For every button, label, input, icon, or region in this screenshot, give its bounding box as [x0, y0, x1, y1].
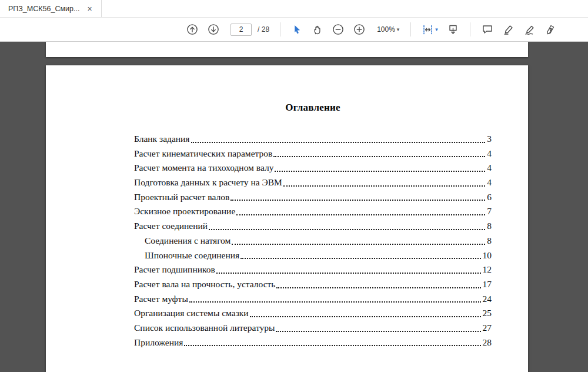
- comment-button[interactable]: [479, 22, 496, 37]
- comment-bubble-icon: [482, 24, 493, 35]
- scroll-page-icon: [447, 24, 459, 35]
- toc-leader-dots: [276, 331, 480, 332]
- toc-entry-label: Расчет кинематических параметров: [134, 147, 272, 161]
- toc-entry: Расчет муфты 24: [134, 292, 492, 307]
- toc-entry-page: 25: [483, 306, 492, 321]
- toc-entry-page: 12: [483, 263, 492, 277]
- close-icon[interactable]: ×: [85, 4, 93, 14]
- chevron-down-icon: ▾: [397, 27, 400, 32]
- pdf-page: Оглавление Бланк задания 3 Расчет кинема…: [46, 65, 528, 372]
- select-tool-button[interactable]: [289, 22, 305, 36]
- toc-entry-page: 27: [483, 321, 492, 336]
- page-up-button[interactable]: [183, 22, 201, 37]
- signature-pen-icon: [524, 24, 536, 35]
- toc-entry: Организация системы смазки 25: [134, 306, 492, 321]
- toc-entry: Бланк задания 3: [134, 132, 492, 147]
- toc-leader-dots: [232, 244, 485, 245]
- toc-leader-dots: [240, 258, 480, 259]
- fill-sign-button[interactable]: [542, 22, 560, 37]
- document-tab[interactable]: РПЗ_МСК56_Смир... ×: [0, 0, 102, 17]
- toc-leader-dots: [273, 156, 485, 157]
- toc-entry: Расчет момента на тихоходном валу 4: [134, 161, 492, 175]
- toolbar: / 28: [0, 18, 588, 42]
- toc-leader-dots: [283, 185, 485, 187]
- toc-entry: Приложения 28: [134, 336, 492, 350]
- page-number-input[interactable]: [230, 24, 252, 36]
- toc-entry-page: 4: [487, 175, 492, 190]
- document-viewport[interactable]: Оглавление Бланк задания 3 Расчет кинема…: [0, 42, 588, 372]
- toc-entry-page: 3: [487, 132, 492, 147]
- toc-entry: Подготовка данных к расчету на ЭВМ 4: [134, 175, 492, 190]
- document-tab-title: РПЗ_МСК56_Смир...: [8, 5, 79, 13]
- toc-entry-label: Расчет муфты: [134, 292, 188, 307]
- toc-leader-dots: [236, 214, 485, 215]
- toc-entry-label: Проектный расчет валов: [134, 190, 229, 205]
- toc-leader-dots: [189, 301, 481, 303]
- toc-entry: Список использованной литературы 27: [134, 321, 492, 336]
- toc-entry: Расчет подшипников 12: [134, 263, 492, 277]
- toc-entry: Расчет вала на прочность, усталость 17: [134, 277, 492, 292]
- toc-leader-dots: [250, 316, 481, 317]
- toc-entry-label: Соединения с натягом: [145, 234, 230, 248]
- toc-leader-dots: [275, 171, 485, 172]
- zoom-level-label: 100%: [377, 25, 395, 34]
- toc-entry-label: Организация системы смазки: [134, 306, 249, 321]
- toc-entry: Шпоночные соединения 10: [134, 248, 492, 263]
- zoom-level-dropdown[interactable]: 100% ▾: [374, 24, 402, 35]
- toolbar-separator: [470, 22, 470, 36]
- toc-entry-label: Подготовка данных к расчету на ЭВМ: [134, 175, 282, 190]
- fit-width-icon: [422, 24, 433, 35]
- toolbar-separator: [280, 22, 280, 36]
- toc-entry-label: Шпоночные соединения: [145, 248, 239, 263]
- toc-entry-label: Расчет подшипников: [134, 263, 215, 277]
- toc-entry: Соединения с натягом 8: [134, 234, 492, 248]
- toc-entry-page: 17: [483, 277, 492, 292]
- zoom-out-button[interactable]: [329, 22, 347, 37]
- page-fit-dropdown[interactable]: ▾: [419, 22, 441, 37]
- toc-entry-page: 8: [487, 219, 492, 234]
- toc-entry-page: 10: [483, 248, 492, 263]
- highlighter-icon: [503, 24, 514, 35]
- arrow-up-circle-icon: [186, 24, 198, 35]
- sign-button[interactable]: [521, 22, 539, 37]
- toc-leader-dots: [191, 142, 486, 143]
- toc-leader-dots: [230, 200, 485, 201]
- toc-leader-dots: [184, 345, 480, 346]
- toc-leader-dots: [276, 287, 480, 288]
- toc-leader-dots: [209, 229, 485, 230]
- toolbar-separator: [410, 22, 411, 36]
- toc-entry-page: 8: [487, 234, 492, 248]
- table-of-contents: Бланк задания 3 Расчет кинематических па…: [134, 132, 492, 350]
- toc-entry-label: Приложения: [134, 336, 183, 350]
- previous-page-bottom: [46, 42, 528, 57]
- toc-entry-page: 4: [487, 161, 492, 175]
- toc-entry: Эскизное проектирование 7: [134, 204, 492, 219]
- toc-entry-page: 24: [483, 292, 492, 307]
- page-title: Оглавление: [134, 102, 492, 114]
- arrow-down-circle-icon: [208, 24, 219, 35]
- highlight-button[interactable]: [500, 22, 517, 37]
- toc-leader-dots: [216, 273, 481, 274]
- page-down-button[interactable]: [205, 22, 222, 37]
- toc-entry-page: 6: [487, 190, 492, 205]
- toc-entry-label: Эскизное проектирование: [134, 204, 235, 219]
- page-count-label: / 28: [258, 25, 269, 34]
- hand-tool-button[interactable]: [309, 22, 326, 37]
- cursor-arrow-icon: [292, 24, 302, 35]
- toc-entry-label: Бланк задания: [134, 132, 190, 147]
- toc-entry-label: Расчет момента на тихоходном валу: [134, 161, 273, 175]
- toc-entry-label: Список использованной литературы: [134, 321, 275, 336]
- toc-entry-label: Расчет соединений: [134, 219, 208, 234]
- zoom-in-button[interactable]: [350, 22, 368, 37]
- toc-entry: Расчет кинематических параметров 4: [134, 147, 492, 161]
- toc-entry-page: 7: [487, 204, 492, 219]
- toc-entry-page: 4: [487, 147, 492, 161]
- toc-entry: Расчет соединений 8: [134, 219, 492, 234]
- chevron-down-icon: ▾: [435, 27, 438, 32]
- hand-icon: [312, 24, 323, 35]
- tab-bar: РПЗ_МСК56_Смир... ×: [0, 0, 588, 18]
- scrolling-mode-button[interactable]: [445, 22, 462, 37]
- toc-entry-page: 28: [483, 336, 492, 350]
- fill-sign-icon: [545, 24, 557, 35]
- toc-entry: Проектный расчет валов 6: [134, 190, 492, 205]
